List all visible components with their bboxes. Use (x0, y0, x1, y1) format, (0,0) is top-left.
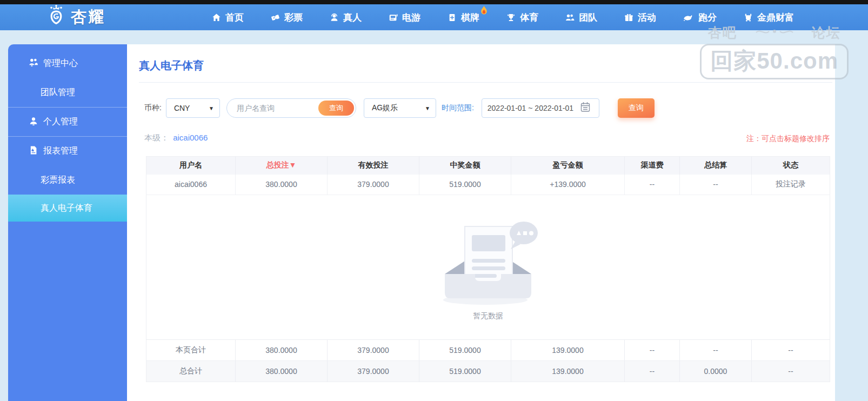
platform-select[interactable]: AG娱乐 ▼ (364, 98, 436, 118)
chevron-down-icon: ▼ (209, 105, 214, 111)
cell-profit: +139.0000 (511, 175, 625, 195)
title-divider (139, 82, 832, 83)
team-icon (565, 13, 575, 22)
search-button[interactable]: 查询 (618, 98, 655, 118)
main-panel: 真人电子体育 币种: CNY ▼ 查询 AG娱乐 ▼ 时间范围: 查询 (127, 44, 835, 401)
cell-total-bet: 380.0000 (236, 175, 328, 195)
empty-state: 暂无数据 (146, 213, 830, 321)
wealth-icon (744, 13, 753, 22)
currency-select[interactable]: CNY ▼ (166, 98, 220, 118)
sidebar-item-live-esports[interactable]: 真人电子体育 (8, 195, 127, 222)
report-icon (29, 145, 38, 157)
nav-item-boardgames[interactable]: 棋牌 (448, 11, 479, 24)
username-search-input[interactable] (237, 99, 318, 117)
nav-item-live[interactable]: 真人 (330, 11, 362, 24)
table-row: aicai0066 380.0000 379.0000 519.0000 +13… (146, 175, 830, 195)
top-black-strip (0, 0, 868, 4)
cell-username: aicai0066 (146, 175, 236, 195)
cell-win-amount: 519.0000 (419, 175, 511, 195)
crest-logo-icon (45, 5, 67, 30)
nav-item-paofen[interactable]: 跑分 (683, 11, 717, 24)
date-range-label: 时间范围: (442, 103, 474, 113)
whale-icon (683, 13, 694, 22)
current-level: 本级： aicai0066 (144, 133, 208, 143)
table-header-row: 用户名 总投注▼ 有效投注 中奖金额 盈亏金额 渠道费 总结算 状态 (146, 157, 830, 175)
nav-item-home[interactable]: 首页 (212, 11, 244, 24)
date-range-picker[interactable] (482, 98, 599, 118)
nav-item-team[interactable]: 团队 (565, 11, 597, 24)
cell-settlement: -- (680, 175, 752, 195)
nav-item-wealth[interactable]: 金鼎财富 (744, 11, 794, 24)
nav-item-activity[interactable]: 活动 (624, 11, 656, 24)
col-header-total-bet-sorted[interactable]: 总投注▼ (236, 157, 328, 175)
empty-inbox-illustration (434, 213, 542, 308)
brand-name: 杏耀 (71, 6, 105, 28)
cell-channel-fee: -- (625, 175, 680, 195)
calendar-icon (580, 102, 590, 115)
nav-menu: 首页 彩票 真人 电游 棋牌 (212, 4, 794, 30)
date-range-input[interactable] (488, 104, 580, 112)
management-icon (29, 57, 38, 69)
sidebar-item-team-management[interactable]: 团队管理 (8, 78, 127, 107)
col-header-status[interactable]: 状态 (752, 157, 830, 175)
empty-text: 暂无数据 (473, 311, 503, 321)
nav-item-egames[interactable]: 电游 (389, 11, 420, 24)
inline-search-button[interactable]: 查询 (318, 101, 354, 116)
trophy-icon (506, 13, 516, 22)
nav-item-lottery[interactable]: 彩票 (271, 11, 303, 24)
bet-record-link[interactable]: 投注记录 (752, 175, 830, 195)
cell-valid-bet: 379.0000 (328, 175, 419, 195)
empty-state-row: 暂无数据 (146, 195, 830, 340)
currency-label: 币种: (144, 103, 162, 113)
level-username-link[interactable]: aicai0066 (173, 133, 208, 142)
grand-total-row: 总合计 380.0000 379.0000 519.0000 139.0000 … (146, 361, 830, 382)
gift-icon (624, 13, 633, 22)
top-navbar: 杏耀 首页 彩票 真人 电游 (0, 4, 868, 30)
report-table: 用户名 总投注▼ 有效投注 中奖金额 盈亏金额 渠道费 总结算 状态 aicai… (146, 156, 830, 382)
cards-icon (448, 13, 457, 22)
user-icon (29, 116, 38, 128)
sidebar-item-management-center[interactable]: 管理中心 (8, 49, 127, 78)
col-header-settlement[interactable]: 总结算 (680, 157, 752, 175)
sort-hint-note: 注：可点击标题修改排序 (746, 134, 830, 144)
col-header-username[interactable]: 用户名 (146, 157, 236, 175)
slot-machine-icon (389, 13, 398, 22)
page-total-row: 本页合计 380.0000 379.0000 519.0000 139.0000… (146, 340, 830, 361)
brand-logo[interactable]: 杏耀 (45, 6, 105, 29)
ticket-icon (271, 13, 280, 22)
col-header-channel-fee[interactable]: 渠道费 (625, 157, 680, 175)
home-icon (212, 13, 221, 22)
live-dealer-icon (330, 13, 339, 22)
chevron-down-icon: ▼ (425, 105, 430, 111)
sidebar-item-report-management[interactable]: 报表管理 (8, 136, 127, 165)
sidebar-item-lottery-report[interactable]: 彩票报表 (8, 165, 127, 195)
filter-bar: 币种: CNY ▼ 查询 AG娱乐 ▼ 时间范围: 查询 (144, 98, 655, 118)
sidebar: 管理中心 团队管理 个人管理 报表管理 彩票报表 真人电子体育 (8, 44, 127, 401)
grand-total-label: 总合计 (146, 361, 236, 382)
flame-icon (479, 5, 489, 18)
col-header-win-amount[interactable]: 中奖金额 (419, 157, 511, 175)
col-header-valid-bet[interactable]: 有效投注 (328, 157, 419, 175)
username-search-group: 查询 (226, 98, 356, 118)
page-title: 真人电子体育 (139, 58, 204, 73)
sidebar-item-personal-management[interactable]: 个人管理 (8, 107, 127, 136)
page-total-label: 本页合计 (146, 340, 236, 361)
nav-item-sports[interactable]: 体育 (506, 11, 538, 24)
col-header-profit[interactable]: 盈亏金额 (511, 157, 625, 175)
level-label: 本级： (144, 133, 169, 142)
